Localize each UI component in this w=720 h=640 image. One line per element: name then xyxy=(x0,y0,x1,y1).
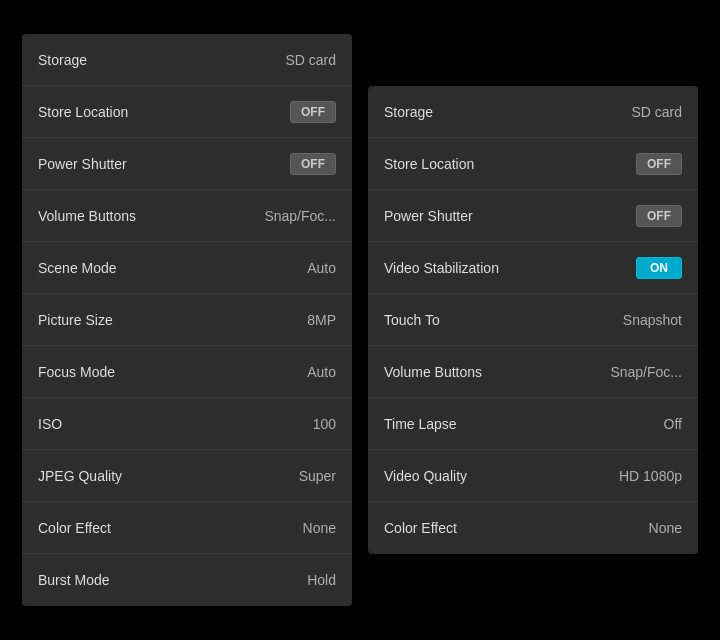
setting-label: Burst Mode xyxy=(38,572,110,588)
setting-label: Touch To xyxy=(384,312,440,328)
setting-value: Auto xyxy=(307,260,336,276)
setting-label: Storage xyxy=(384,104,433,120)
setting-label: Store Location xyxy=(38,104,128,120)
setting-row[interactable]: Volume ButtonsSnap/Foc... xyxy=(22,190,352,242)
setting-label: Video Quality xyxy=(384,468,467,484)
setting-row[interactable]: Touch ToSnapshot xyxy=(368,294,698,346)
setting-label: Video Stabilization xyxy=(384,260,499,276)
setting-label: Color Effect xyxy=(384,520,457,536)
setting-label: Picture Size xyxy=(38,312,113,328)
setting-row[interactable]: Picture Size8MP xyxy=(22,294,352,346)
setting-row[interactable]: ISO100 xyxy=(22,398,352,450)
setting-row[interactable]: Store LocationOFF xyxy=(22,86,352,138)
setting-row[interactable]: Color EffectNone xyxy=(22,502,352,554)
setting-label: Color Effect xyxy=(38,520,111,536)
setting-value: Off xyxy=(664,416,682,432)
setting-value: 8MP xyxy=(307,312,336,328)
setting-label: Volume Buttons xyxy=(384,364,482,380)
setting-value[interactable]: OFF xyxy=(290,101,336,123)
setting-label: Volume Buttons xyxy=(38,208,136,224)
setting-row[interactable]: Store LocationOFF xyxy=(368,138,698,190)
setting-value: Auto xyxy=(307,364,336,380)
setting-value[interactable]: ON xyxy=(636,257,682,279)
setting-row[interactable]: StorageSD card xyxy=(22,34,352,86)
setting-row[interactable]: Focus ModeAuto xyxy=(22,346,352,398)
setting-label: Store Location xyxy=(384,156,474,172)
setting-row[interactable]: Time LapseOff xyxy=(368,398,698,450)
setting-row[interactable]: Scene ModeAuto xyxy=(22,242,352,294)
setting-value: Super xyxy=(299,468,336,484)
setting-value[interactable]: OFF xyxy=(290,153,336,175)
setting-label: Power Shutter xyxy=(38,156,127,172)
setting-value: None xyxy=(649,520,682,536)
setting-value: None xyxy=(303,520,336,536)
setting-label: Storage xyxy=(38,52,87,68)
setting-label: Scene Mode xyxy=(38,260,117,276)
setting-value: SD card xyxy=(285,52,336,68)
setting-row[interactable]: StorageSD card xyxy=(368,86,698,138)
setting-row[interactable]: Burst ModeHold xyxy=(22,554,352,606)
setting-value: 100 xyxy=(313,416,336,432)
setting-label: JPEG Quality xyxy=(38,468,122,484)
setting-label: Power Shutter xyxy=(384,208,473,224)
setting-value: SD card xyxy=(631,104,682,120)
left-settings-panel: StorageSD cardStore LocationOFFPower Shu… xyxy=(22,34,352,606)
setting-row[interactable]: JPEG QualitySuper xyxy=(22,450,352,502)
setting-row[interactable]: Volume ButtonsSnap/Foc... xyxy=(368,346,698,398)
setting-row[interactable]: Video StabilizationON xyxy=(368,242,698,294)
setting-value: HD 1080p xyxy=(619,468,682,484)
setting-row[interactable]: Power ShutterOFF xyxy=(22,138,352,190)
setting-row[interactable]: Color EffectNone xyxy=(368,502,698,554)
setting-value: Snap/Foc... xyxy=(264,208,336,224)
setting-value[interactable]: OFF xyxy=(636,153,682,175)
setting-label: Time Lapse xyxy=(384,416,457,432)
right-settings-panel: StorageSD cardStore LocationOFFPower Shu… xyxy=(368,86,698,554)
setting-label: Focus Mode xyxy=(38,364,115,380)
setting-value[interactable]: OFF xyxy=(636,205,682,227)
setting-row[interactable]: Video QualityHD 1080p xyxy=(368,450,698,502)
setting-row[interactable]: Power ShutterOFF xyxy=(368,190,698,242)
setting-value: Snapshot xyxy=(623,312,682,328)
setting-value: Hold xyxy=(307,572,336,588)
setting-value: Snap/Foc... xyxy=(610,364,682,380)
setting-label: ISO xyxy=(38,416,62,432)
